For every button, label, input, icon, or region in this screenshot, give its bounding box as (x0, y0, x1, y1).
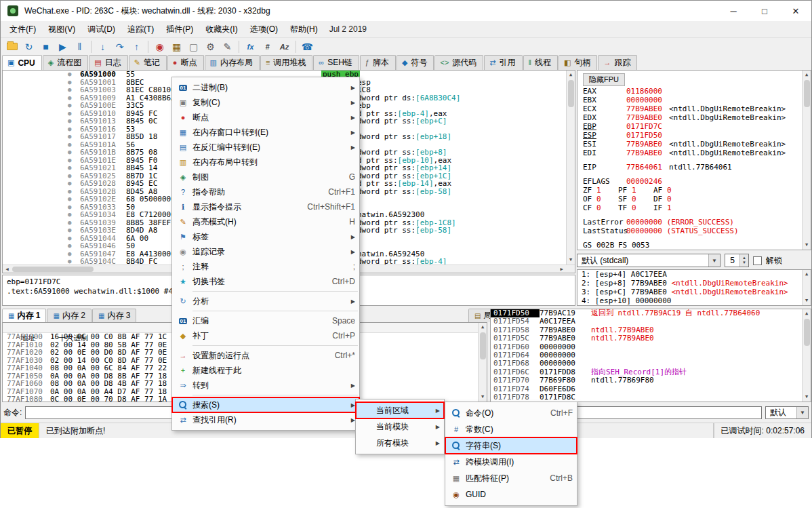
stack-row[interactable]: 0171FD6000000000 (491, 343, 811, 351)
menubar-item[interactable]: 帮助(H) (284, 22, 324, 37)
registers-scrollbar[interactable]: ▲ ▼ (802, 71, 811, 250)
breakpoint-dot-icon[interactable]: ● (68, 227, 71, 235)
menu-item-新建线程于此[interactable]: +新建线程于此 (172, 363, 359, 378)
pencil-icon[interactable]: ✎ (219, 39, 236, 54)
menu-item-所有模块[interactable]: 所有模块▶ (356, 435, 444, 451)
breakpoint-dot-icon[interactable]: ● (68, 235, 71, 243)
stack-row[interactable]: 0171FD5077B9AC19返回到 ntdll.77B9AC19 自 ntd… (491, 309, 811, 317)
tab-流程图[interactable]: ◈流程图 (43, 55, 88, 70)
az-icon[interactable]: Az (276, 39, 293, 54)
argument-row[interactable]: 3: [esp+C] 77B9ABE0 <ntdll.DbgUiRemoteBr… (577, 288, 811, 296)
breakpoint-dot-icon[interactable]: ● (68, 219, 71, 227)
menu-item-查找引用(R)[interactable]: ⇄查找引用(R)▶ (172, 412, 359, 427)
breakpoint-dot-icon[interactable]: ● (68, 164, 71, 172)
comment-icon[interactable]: ▢ (185, 39, 202, 54)
breakpoint-dot-icon[interactable]: ● (68, 172, 71, 180)
menu-item-补丁[interactable]: ◆补丁Ctrl+P (172, 328, 359, 343)
menu-item-复制(C)[interactable]: ▣复制(C)▶ (172, 95, 359, 110)
tab-内存 1[interactable]: ▦内存 1 (2, 309, 46, 322)
menu-item-制图[interactable]: ◈制图G (172, 170, 359, 184)
flag-PF[interactable]: PF 1 (618, 186, 653, 195)
breakpoint-dot-icon[interactable]: ● (68, 242, 71, 250)
menu-item-二进制(B)[interactable]: 01二进制(B)▶ (172, 80, 359, 95)
step-over-icon[interactable]: ↷ (111, 39, 128, 54)
menu-item-标签[interactable]: ⚑标签▶ (172, 229, 359, 244)
stack-row[interactable]: 0171FD74D60FE6D6 (491, 385, 811, 393)
tab-内存布局[interactable]: ▥内存布局 (205, 55, 260, 70)
scroll-up-icon[interactable]: ▲ (479, 323, 487, 332)
register-row[interactable]: EBX00000000 (583, 96, 800, 104)
stack-row[interactable]: 0171FD780171FD8C (491, 393, 811, 402)
menu-item-GUID[interactable]: ◉GUID (445, 486, 577, 503)
tab-跟踪[interactable]: →跟踪 (598, 55, 637, 70)
tab-符号[interactable]: ◆符号 (397, 55, 434, 70)
scroll-right-icon[interactable]: ▶ (557, 265, 566, 273)
menubar-item[interactable]: 收藏夹(I) (199, 22, 243, 37)
menu-item-在反汇编中转到(E)[interactable]: ▤在反汇编中转到(E)▶ (172, 140, 359, 155)
breakpoint-dot-icon[interactable]: ● (68, 133, 71, 141)
scroll-up-icon[interactable]: ▲ (803, 309, 811, 318)
tab-内存 3[interactable]: ▦内存 3 (92, 309, 136, 322)
phone-icon[interactable]: ☎ (299, 39, 316, 54)
open-file-icon[interactable] (3, 39, 20, 54)
scroll-up-icon[interactable]: ▲ (567, 71, 575, 79)
argument-row[interactable]: 1: [esp+4] A0C17EEA (577, 270, 811, 279)
menubar-item[interactable]: 插件(P) (160, 22, 199, 37)
tab-断点[interactable]: ●断点 (167, 55, 204, 70)
tab-引用[interactable]: ⇄引用 (484, 55, 522, 70)
breakpoint-dot-icon[interactable]: ● (68, 141, 71, 149)
menu-item-转到[interactable]: ⇒转到▶ (172, 378, 359, 393)
scroll-down-icon[interactable]: ▼ (803, 393, 811, 402)
chevron-down-icon[interactable]: ▼ (796, 407, 808, 418)
breakpoint-dot-icon[interactable]: ● (68, 195, 71, 203)
tab-日志[interactable]: ▤日志 (89, 55, 127, 70)
menu-item-注释[interactable]: ;注释; (172, 259, 359, 274)
register-row[interactable]: EBP0171FD7C (583, 122, 800, 131)
menubar-item[interactable]: 选项(O) (244, 22, 284, 37)
step-into-icon[interactable]: ↓ (94, 39, 111, 54)
tab-SEH链[interactable]: ∞SEH链 (313, 55, 359, 70)
breakpoint-dot-icon[interactable]: ● (68, 157, 71, 165)
scroll-left-icon[interactable]: ◀ (3, 265, 12, 273)
stack-scrollbar[interactable]: ▲ ▼ (802, 309, 811, 402)
flag-CF[interactable]: CF 0 (583, 203, 618, 212)
flag-TF[interactable]: TF 0 (618, 203, 653, 212)
spinner-arrows-icon[interactable]: ▲▼ (739, 254, 748, 267)
register-row[interactable]: EAX01186000 (583, 87, 800, 96)
register-row[interactable]: EDX77B9ABE0<ntdll.DbgUiRemoteBreakin> (583, 113, 800, 122)
calling-convention-select[interactable]: 默认 (stdcall) ▼ (577, 254, 720, 267)
menu-item-切换书签[interactable]: ★切换书签Ctrl+D (172, 274, 359, 289)
minimize-button[interactable]: ─ (718, 1, 749, 21)
breakpoint-dot-icon[interactable]: ● (68, 86, 71, 94)
settings-icon[interactable]: ⚙ (202, 39, 219, 54)
scrollbar-thumb[interactable] (804, 80, 810, 107)
menu-item-字符串(S)[interactable]: 字符串(S) (445, 437, 577, 454)
register-row[interactable]: EDI77B9ABE0<ntdll.DbgUiRemoteBreakin> (583, 149, 800, 157)
hash-icon[interactable]: # (259, 39, 276, 54)
argument-depth-spinner[interactable]: 5 ▲▼ (725, 254, 749, 267)
disasm-vertical-scrollbar[interactable]: ▲ ▼ (566, 71, 575, 265)
menu-item-设置新的运行点[interactable]: →设置新的运行点Ctrl+* (172, 348, 359, 363)
menu-item-追踪记录[interactable]: ◉追踪记录▶ (172, 244, 359, 259)
pause-icon[interactable]: ‖ (71, 39, 88, 54)
menu-item-常数(C)[interactable]: #常数(C) (445, 421, 577, 437)
flag-FS[interactable]: FS 0053 (618, 241, 653, 250)
scroll-down-icon[interactable]: ▼ (803, 296, 811, 305)
menubar-item[interactable]: 文件(F) (3, 22, 42, 37)
scrollbar-thumb[interactable] (804, 319, 810, 346)
tab-CPU[interactable]: ▣CPU (2, 55, 42, 70)
menu-item-匹配特征(P)[interactable]: ▦匹配特征(P)Ctrl+B (445, 470, 577, 486)
arguments-scrollbar[interactable]: ▲ ▼ (802, 270, 811, 305)
maximize-button[interactable]: □ (749, 1, 780, 21)
tab-线程[interactable]: ‖线程 (523, 55, 559, 70)
menubar-item[interactable]: 视图(V) (42, 22, 81, 37)
flag-AF[interactable]: AF 0 (653, 186, 689, 195)
restart-icon[interactable]: ↻ (20, 39, 37, 54)
register-row[interactable]: LastError00000000 (ERROR_SUCCESS) (583, 218, 800, 227)
register-row[interactable]: OF 0SF 0DF 0 (583, 195, 800, 203)
argument-row[interactable]: 2: [esp+8] 77B9ABE0 <ntdll.DbgUiRemoteBr… (577, 279, 811, 288)
tab-源代码[interactable]: <>源代码 (434, 55, 483, 70)
menu-item-分析[interactable]: ↻分析▶ (172, 294, 359, 309)
menu-item-在内存布局中转到[interactable]: ▥在内存布局中转到 (172, 155, 359, 170)
fx-icon[interactable]: fx (242, 39, 259, 54)
